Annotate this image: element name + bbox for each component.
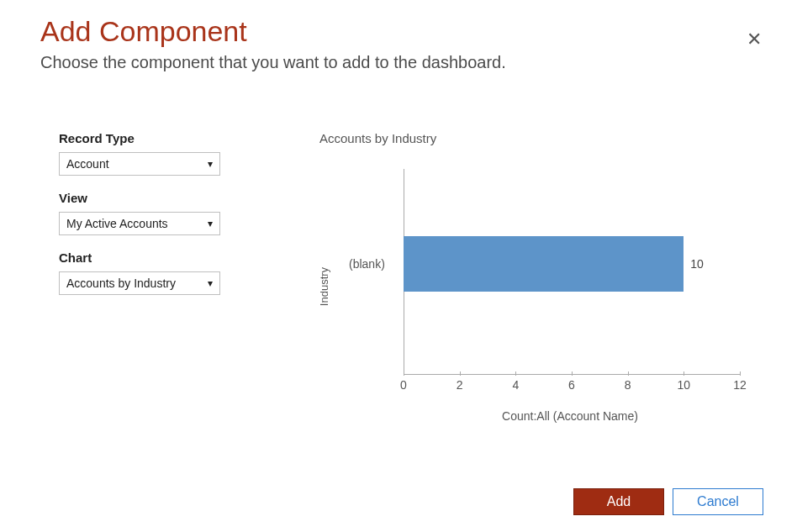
record-type-label: Record Type <box>59 131 252 145</box>
form-column: Record Type Account ▾ View My Active Acc… <box>59 131 252 477</box>
x-tick-mark <box>628 371 629 376</box>
x-tick-label: 6 <box>568 378 575 392</box>
y-tick-label: (blank) <box>349 257 385 271</box>
bar <box>404 236 684 292</box>
x-tick-mark <box>572 371 573 376</box>
x-tick-label: 2 <box>457 378 463 392</box>
y-axis-label: Industry <box>318 267 330 306</box>
x-tick-mark <box>404 371 404 376</box>
view-select[interactable]: My Active Accounts ▾ <box>59 212 220 235</box>
dialog-subtitle: Choose the component that you want to ad… <box>40 53 768 72</box>
x-tick-mark <box>460 371 461 376</box>
x-tick-mark <box>740 371 741 376</box>
close-button[interactable]: ✕ <box>747 30 762 49</box>
x-tick-mark <box>684 371 684 376</box>
chevron-down-icon: ▾ <box>208 277 213 289</box>
cancel-button[interactable]: Cancel <box>673 488 763 515</box>
x-ticks: 024681012 <box>404 375 740 404</box>
chart-select[interactable]: Accounts by Industry ▾ <box>59 271 220 295</box>
x-tick-label: 12 <box>733 378 747 392</box>
x-tick-label: 4 <box>512 378 519 392</box>
x-axis-label: Count:All (Account Name) <box>383 409 757 423</box>
chevron-down-icon: ▾ <box>208 158 213 170</box>
chart-label: Chart <box>59 250 252 265</box>
view-value: My Active Accounts <box>66 217 168 230</box>
view-label: View <box>59 191 252 205</box>
chart-value: Accounts by Industry <box>66 277 176 290</box>
dialog-title: Add Component <box>40 15 768 48</box>
x-tick-label: 8 <box>625 378 631 392</box>
chart-title: Accounts by Industry <box>319 131 757 145</box>
x-tick-mark <box>515 371 516 376</box>
bar-value-label: 10 <box>690 257 704 271</box>
record-type-select[interactable]: Account ▾ <box>59 152 220 176</box>
chart-preview: Accounts by Industry Industry (blank) 10… <box>311 131 757 477</box>
close-icon: ✕ <box>747 29 762 50</box>
x-tick-label: 0 <box>400 378 407 392</box>
x-tick-label: 10 <box>678 378 691 392</box>
add-button[interactable]: Add <box>573 488 664 515</box>
record-type-value: Account <box>66 157 109 171</box>
chevron-down-icon: ▾ <box>208 218 213 229</box>
plot-area: 10 <box>404 169 740 375</box>
